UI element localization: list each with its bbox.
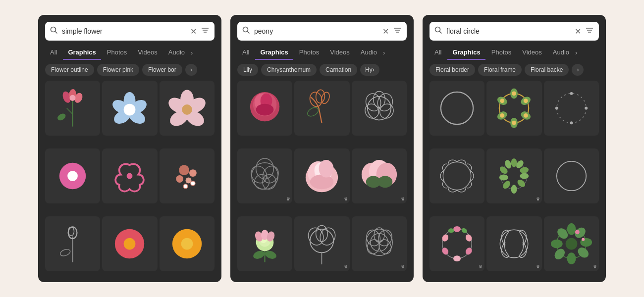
tab-photos-3[interactable]: Photos [486,46,516,60]
chips-3: Floral border Floral frame Floral backe … [423,64,606,81]
grid-item[interactable] [160,216,215,271]
chip-carnation[interactable]: Carnation [320,64,357,76]
grid-item[interactable] [429,81,484,136]
grid-item[interactable] [352,81,407,136]
tab-videos-2[interactable]: Videos [325,46,355,60]
grid-item[interactable] [160,81,215,136]
tab-more-3[interactable]: › [575,49,577,56]
grid-item[interactable] [544,81,599,136]
chip-floral-frame[interactable]: Floral frame [478,64,522,76]
svg-point-30 [176,175,183,183]
chip-floral-border[interactable]: Floral border [429,64,475,76]
grid-item[interactable]: ♛ [544,216,599,271]
svg-point-120 [585,107,588,110]
grid-item[interactable] [160,148,215,203]
crown-badge: ♛ [344,197,348,201]
grid-item[interactable] [237,81,292,136]
tab-photos-2[interactable]: Photos [294,46,324,60]
chip-more-3[interactable]: › [572,64,584,76]
search-icon [434,26,442,36]
grid-item[interactable]: ♛ [352,216,407,271]
grid-item[interactable]: ♛ [237,148,292,203]
search-bar-1: ✕ [45,22,215,41]
svg-point-36 [59,248,71,257]
search-input-2[interactable] [254,27,378,35]
svg-point-26 [127,173,133,179]
tab-videos-1[interactable]: Videos [133,46,162,60]
grid-item[interactable] [237,216,292,271]
tabs-2: All Graphics Photos Videos Audio › [230,46,414,60]
search-bar-2: ✕ [237,22,407,41]
grid-item[interactable]: ♛ [486,148,541,203]
tab-photos-1[interactable]: Photos [102,46,132,60]
svg-point-125 [511,158,517,167]
grid-item[interactable] [45,148,100,203]
grid-item[interactable] [544,148,599,203]
chips-2: Lily Chrysanthemum Carnation Hy› [230,64,414,81]
tab-videos-3[interactable]: Videos [517,46,547,60]
filter-icon-1[interactable] [201,26,210,37]
crown-badge: ♛ [536,264,540,269]
chip-chrysanthemum[interactable]: Chrysanthemum [261,64,317,76]
clear-icon-2[interactable]: ✕ [382,27,389,36]
tab-audio-1[interactable]: Audio [163,46,190,60]
svg-point-132 [499,175,508,181]
grid-item[interactable] [102,81,157,136]
search-input-1[interactable] [62,27,186,35]
svg-point-113 [524,99,528,103]
tab-all-1[interactable]: All [45,46,62,60]
svg-line-1 [55,32,57,34]
grid-item[interactable]: ♛ [294,148,349,203]
svg-point-153 [551,240,563,248]
svg-point-52 [316,90,325,103]
svg-point-155 [565,238,577,250]
tab-graphics-3[interactable]: Graphics [447,46,485,60]
grid-item[interactable] [102,148,157,203]
tab-graphics-2[interactable]: Graphics [255,46,293,60]
tab-audio-2[interactable]: Audio [356,46,382,60]
filter-icon-2[interactable] [393,26,402,37]
chip-more-2[interactable]: Hy› [360,64,379,76]
grid-item[interactable]: ♛ [294,216,349,271]
svg-point-130 [511,185,517,194]
grid-item[interactable]: ♛ [486,216,541,271]
grid-item[interactable] [45,81,100,136]
chip-more-1[interactable]: › [185,64,197,76]
grid-item[interactable] [294,81,349,136]
chip-lily[interactable]: Lily [237,64,258,76]
svg-point-127 [520,166,530,174]
grid-item[interactable]: ♛ [352,148,407,203]
filter-icon-3[interactable] [585,26,594,37]
svg-point-23 [182,104,192,115]
crown-badge: ♛ [536,197,540,201]
svg-point-38 [124,238,136,250]
svg-point-151 [567,252,576,264]
grid-item[interactable]: ♛ [429,216,484,271]
svg-point-115 [512,121,517,125]
clear-icon-1[interactable]: ✕ [190,27,197,36]
crown-badge: ♛ [401,197,405,201]
svg-point-25 [67,171,78,181]
crown-badge: ♛ [344,264,348,269]
svg-point-71 [310,175,334,190]
chip-flower-outline[interactable]: Flower outline [45,64,94,76]
tab-more-2[interactable]: › [383,49,385,56]
chip-flower-bor[interactable]: Flower bor [142,64,182,76]
grid-item[interactable] [486,81,541,136]
chip-floral-backe[interactable]: Floral backe [525,64,569,76]
svg-point-119 [570,92,573,95]
grid-item[interactable] [102,216,157,271]
tab-all-3[interactable]: All [429,46,446,60]
crown-badge: ♛ [593,264,597,269]
grid-item[interactable] [429,148,484,203]
clear-icon-3[interactable]: ✕ [575,27,581,36]
svg-point-90 [316,226,328,242]
tab-audio-3[interactable]: Audio [548,46,574,60]
grid-item[interactable] [45,216,100,271]
tab-all-2[interactable]: All [237,46,254,60]
search-input-3[interactable] [446,27,571,35]
svg-point-121 [570,121,573,124]
chip-flower-pink[interactable]: Flower pink [97,64,139,76]
tab-more-1[interactable]: › [191,49,193,56]
tab-graphics-1[interactable]: Graphics [63,46,101,60]
